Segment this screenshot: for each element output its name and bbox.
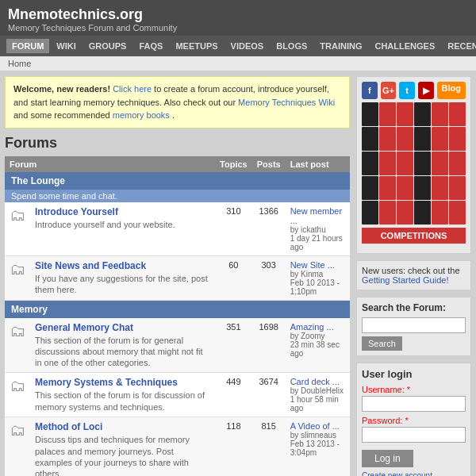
blog-button[interactable]: Blog xyxy=(437,82,466,99)
th-forum: Forum xyxy=(5,156,215,172)
topics-count: 60 xyxy=(215,255,252,300)
card-cell xyxy=(432,201,448,225)
th-posts: Posts xyxy=(252,156,286,172)
topics-count: 118 xyxy=(215,417,252,476)
nav-item-meetups[interactable]: MEETUPS xyxy=(170,39,223,53)
posts-count: 1366 xyxy=(252,202,286,256)
welcome-box: Welcome, new readers! Click here to crea… xyxy=(5,76,350,129)
nav-item-groups[interactable]: GROUPS xyxy=(83,39,132,53)
breadcrumb-home[interactable]: Home xyxy=(8,59,31,68)
googleplus-icon[interactable]: G+ xyxy=(381,82,397,99)
folder-icon: 🗂 xyxy=(10,322,25,340)
create-account-link[interactable]: Create new account xyxy=(362,471,466,476)
last-post-time: Feb 10 2013 - 1:10pm xyxy=(290,278,345,296)
posts-count: 815 xyxy=(252,417,286,476)
books-link[interactable]: memory books xyxy=(113,110,170,120)
last-post-by: by slimneaus xyxy=(290,431,345,440)
nav-item-training[interactable]: TRAINING xyxy=(314,39,367,53)
forums-title: Forums xyxy=(5,135,350,152)
welcome-text2: and some recommended xyxy=(13,110,113,120)
nav-item-videos[interactable]: VIDEOS xyxy=(225,39,270,53)
wiki-link[interactable]: Memory Techniques Wiki xyxy=(238,98,335,107)
login-button[interactable]: Log in xyxy=(362,450,413,467)
folder-icon: 🗂 xyxy=(10,260,25,278)
last-post-time: 23 min 38 sec ago xyxy=(290,340,345,358)
forum-name[interactable]: Memory Systems & Techniques xyxy=(35,377,210,388)
card-cell xyxy=(362,201,378,225)
username-required: * xyxy=(407,385,410,394)
card-cell xyxy=(362,127,378,151)
nav-item-recent[interactable]: RECENT xyxy=(442,39,476,53)
nav-item-blogs[interactable]: BLOGS xyxy=(271,39,313,53)
th-lastpost: Last post xyxy=(286,156,350,172)
last-post-cell: Amazing ...by Zoomy23 min 38 sec ago xyxy=(286,318,350,373)
table-row: 🗂General Memory ChatThis section of the … xyxy=(5,318,350,373)
nav-item-forum[interactable]: FORUM xyxy=(6,39,49,53)
search-input[interactable] xyxy=(362,317,466,333)
site-title: Mnemotechnics.org xyxy=(8,6,468,23)
card-cell xyxy=(432,102,448,126)
card-grid xyxy=(362,102,466,225)
facebook-icon[interactable]: f xyxy=(362,82,378,99)
nav-item-faqs[interactable]: FAQS xyxy=(133,39,168,53)
forum-name[interactable]: Introduce Yourself xyxy=(35,206,210,217)
table-header-row: Forum Topics Posts Last post xyxy=(5,156,350,172)
sidebar: f G+ t ▶ Blog COMPETITIONS New users: ch… xyxy=(356,76,471,476)
last-post-title[interactable]: Card deck ... xyxy=(290,377,345,386)
last-post-by: by DoubleHelix xyxy=(290,386,345,395)
card-cell xyxy=(414,176,431,200)
forum-info-cell: Introduce YourselfIntroduce yourself and… xyxy=(30,202,215,256)
card-cell xyxy=(379,201,396,225)
forum-tbody: The LoungeSpend some time and chat.🗂Intr… xyxy=(5,172,350,477)
nav-item-challenges[interactable]: CHALLENGES xyxy=(369,39,440,53)
card-cell xyxy=(449,176,466,200)
card-cell xyxy=(414,201,431,225)
social-box: f G+ t ▶ Blog COMPETITIONS xyxy=(356,76,471,254)
password-label: Password: * xyxy=(362,416,466,425)
password-input[interactable] xyxy=(362,427,466,443)
posts-count: 303 xyxy=(252,255,286,300)
folder-icon: 🗂 xyxy=(10,421,25,439)
search-box: Search the Forum: Search xyxy=(356,297,471,356)
forum-table: Forum Topics Posts Last post The LoungeS… xyxy=(5,156,350,477)
last-post-title[interactable]: A Video of ... xyxy=(290,421,345,431)
forum-name[interactable]: General Memory Chat xyxy=(35,322,210,333)
forum-desc: If you have any suggestions for the site… xyxy=(35,273,210,296)
card-cell xyxy=(414,102,431,126)
card-cell xyxy=(414,152,431,175)
competitions-box[interactable]: COMPETITIONS xyxy=(362,228,466,244)
welcome-link[interactable]: Click here xyxy=(113,84,152,94)
card-cell xyxy=(397,152,413,175)
forum-desc: This section of the forum is for general… xyxy=(35,335,210,369)
table-row: 🗂Site News and FeedbackIf you have any s… xyxy=(5,255,350,300)
forum-icon-cell: 🗂 xyxy=(5,373,30,417)
topics-count: 449 xyxy=(215,373,252,417)
folder-icon: 🗂 xyxy=(10,206,25,224)
getting-started-link[interactable]: Getting Started Guide! xyxy=(362,275,448,285)
youtube-icon[interactable]: ▶ xyxy=(418,82,434,99)
posts-count: 3674 xyxy=(252,373,286,417)
card-cell xyxy=(397,127,413,151)
forum-name[interactable]: Site News and Feedback xyxy=(35,260,210,271)
username-input[interactable] xyxy=(362,396,466,412)
last-post-title[interactable]: New Site ... xyxy=(290,260,345,270)
nav-item-wiki[interactable]: WIKI xyxy=(51,39,81,53)
password-field: Password: * xyxy=(362,416,466,443)
content-area: Welcome, new readers! Click here to crea… xyxy=(5,76,350,476)
last-post-cell: New Site ...by KinmaFeb 10 2013 - 1:10pm xyxy=(286,255,350,300)
card-cell xyxy=(432,152,448,175)
last-post-title[interactable]: Amazing ... xyxy=(290,322,345,332)
section-header: Memory xyxy=(5,300,350,318)
twitter-icon[interactable]: t xyxy=(399,82,415,99)
card-cell xyxy=(414,127,431,151)
last-post-cell: Card deck ...by DoubleHelix1 hour 58 min… xyxy=(286,373,350,417)
section-header: The Lounge xyxy=(5,172,350,190)
forum-info-cell: Method of LociDiscuss tips and technique… xyxy=(30,417,215,476)
login-section: User login Username: * Password: * Log i… xyxy=(356,363,471,476)
social-icons: f G+ t ▶ Blog xyxy=(362,82,466,99)
forum-name[interactable]: Method of Loci xyxy=(35,421,210,432)
last-post-title[interactable]: New member ... xyxy=(290,206,345,225)
search-button[interactable]: Search xyxy=(362,336,402,351)
breadcrumb: Home xyxy=(0,56,476,71)
table-row: 🗂Memory Systems & TechniquesThis section… xyxy=(5,373,350,417)
